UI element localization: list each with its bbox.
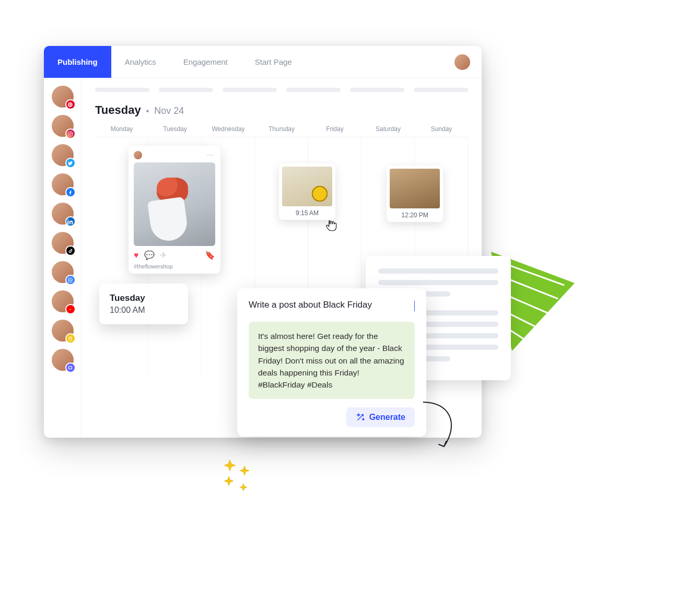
- post-actions: ♥ 💬 ✈ 🔖: [134, 250, 215, 260]
- scheduled-post-saturday[interactable]: 12:20 PM: [387, 166, 443, 222]
- post-image: [134, 162, 215, 246]
- weekday-thu: Thursday: [255, 125, 308, 133]
- tiktok-icon: [65, 245, 76, 256]
- channel-instagram[interactable]: [52, 115, 74, 137]
- channel-twitter[interactable]: [52, 144, 74, 166]
- google-business-icon: [65, 275, 76, 285]
- popover-day: Tuesday: [110, 293, 178, 303]
- thumb-image: [390, 169, 440, 208]
- post-more-icon[interactable]: ⋯: [207, 151, 215, 159]
- weekday-sun: Sunday: [415, 125, 468, 133]
- placeholder-row: [95, 88, 468, 92]
- channel-tiktok[interactable]: [52, 232, 74, 254]
- tab-analytics[interactable]: Analytics: [111, 46, 170, 78]
- user-avatar[interactable]: [454, 54, 470, 70]
- magic-wand-icon: [356, 413, 365, 422]
- channel-pinterest[interactable]: [52, 86, 74, 108]
- weekday-header: Monday Tuesday Wednesday Thursday Friday…: [95, 125, 468, 137]
- tab-publishing[interactable]: Publishing: [44, 46, 111, 78]
- twitter-icon: [65, 158, 76, 168]
- bookmark-icon[interactable]: 🔖: [205, 250, 215, 260]
- selected-date: Nov 24: [154, 105, 184, 116]
- channel-google[interactable]: [52, 261, 74, 283]
- svg-point-8: [71, 132, 72, 133]
- scheduled-post-thursday[interactable]: 9:15 AM: [279, 163, 335, 220]
- channel-sidebar: [44, 78, 81, 438]
- mastodon-icon: [65, 362, 76, 373]
- thumb-time: 12:20 PM: [390, 212, 440, 219]
- arrow-annotation: [418, 397, 465, 454]
- send-icon[interactable]: ✈: [160, 250, 167, 260]
- facebook-icon: [65, 187, 76, 197]
- tab-engagement[interactable]: Engagement: [170, 46, 241, 78]
- instagram-icon: [65, 128, 76, 139]
- popover-time: 10:00 AM: [110, 306, 178, 315]
- compose-input[interactable]: Write a post about Black Friday: [249, 300, 415, 320]
- post-preview-card[interactable]: ⋯ ♥ 💬 ✈ 🔖 #theflowershop: [129, 146, 220, 274]
- thumb-image: [282, 167, 332, 206]
- heart-icon[interactable]: ♥: [134, 251, 139, 260]
- channel-youtube[interactable]: [52, 290, 74, 312]
- time-slot-popover[interactable]: Tuesday 10:00 AM: [99, 284, 188, 324]
- weekday-fri: Friday: [308, 125, 361, 133]
- comment-icon[interactable]: 💬: [144, 250, 155, 260]
- svg-point-7: [69, 133, 72, 135]
- pinterest-icon: [65, 99, 76, 110]
- generated-output: It's almost here! Get ready for the bigg…: [249, 322, 415, 399]
- post-author-avatar: [134, 151, 142, 159]
- thumb-time: 9:15 AM: [282, 209, 332, 217]
- weekday-mon: Monday: [95, 125, 148, 133]
- date-header: Tuesday • Nov 24: [95, 103, 468, 117]
- youtube-icon: [65, 304, 76, 314]
- top-nav: Publishing Analytics Engagement Start Pa…: [44, 46, 482, 78]
- ai-compose-panel: Write a post about Black Friday It's alm…: [237, 288, 426, 437]
- channel-mastodon[interactable]: [52, 349, 74, 371]
- channel-shop[interactable]: [52, 320, 74, 342]
- weekday-sat: Saturday: [361, 125, 415, 133]
- channel-facebook[interactable]: [52, 173, 74, 195]
- post-caption: #theflowershop: [134, 263, 215, 269]
- sparkles-decoration: [219, 454, 261, 496]
- channel-linkedin[interactable]: [52, 203, 74, 225]
- generate-button[interactable]: Generate: [346, 407, 415, 427]
- weekday-tue: Tuesday: [148, 125, 202, 133]
- selected-day: Tuesday: [95, 103, 141, 117]
- cursor-hand-icon: [324, 219, 337, 232]
- shop-icon: [65, 333, 76, 344]
- linkedin-icon: [65, 216, 76, 227]
- weekday-wed: Wednesday: [202, 125, 255, 133]
- tab-start-page[interactable]: Start Page: [241, 46, 306, 78]
- generate-button-label: Generate: [369, 413, 405, 422]
